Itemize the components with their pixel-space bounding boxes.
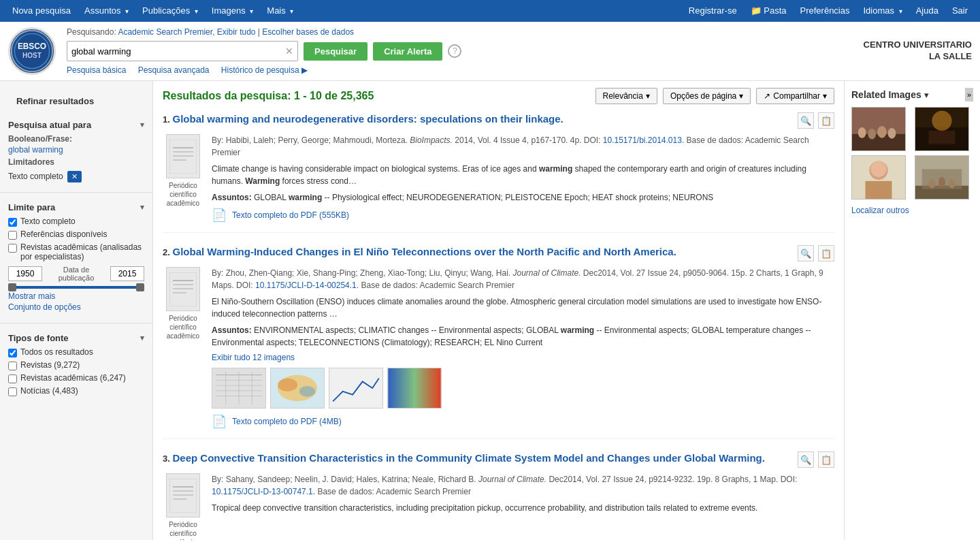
article-icon-label-3: Periódico científico acadêmico bbox=[163, 520, 203, 540]
share-button[interactable]: ↗ Compartilhar ▾ bbox=[756, 88, 834, 104]
current-search-title[interactable]: Pesquisa atual para ▾ bbox=[8, 120, 144, 130]
show-all-link[interactable]: Exibir tudo bbox=[217, 27, 256, 37]
pdf-link-2[interactable]: Texto completo do PDF (4MB) bbox=[232, 417, 342, 426]
save-icon-1[interactable]: 📋 bbox=[818, 112, 834, 129]
limit-title[interactable]: Limite para ▾ bbox=[8, 202, 144, 212]
slider-thumb-right[interactable] bbox=[136, 283, 144, 291]
results-header: Resultados da pesquisa: 1 - 10 de 25,365… bbox=[163, 88, 834, 104]
search-button[interactable]: Pesquisar bbox=[304, 42, 368, 61]
preview-icon-3[interactable]: 🔍 bbox=[798, 451, 814, 468]
nav-pasta[interactable]: 📁 Pasta bbox=[744, 0, 794, 22]
search-meta: Pesquisando: Academic Search Premier, Ex… bbox=[67, 27, 838, 37]
relevance-sort-button[interactable]: Relevância ▾ bbox=[595, 88, 657, 104]
nav-imagens[interactable]: Imagens ▾ bbox=[205, 0, 260, 22]
create-alert-button[interactable]: Criar Alerta bbox=[373, 42, 442, 61]
article-content-3: By: Sahany, Sandeep; Neelin, J. David; H… bbox=[212, 473, 834, 540]
slider-thumb-left[interactable] bbox=[8, 283, 16, 291]
save-icon-3[interactable]: 📋 bbox=[818, 451, 834, 468]
checkbox-noticias-input[interactable] bbox=[8, 387, 17, 396]
nav-preferencias[interactable]: Preferências bbox=[794, 0, 857, 22]
checkbox-noticias-label: Notícias (4,483) bbox=[20, 386, 78, 396]
article-icon-3: Periódico científico acadêmico bbox=[163, 473, 203, 540]
clear-search-button[interactable]: ✕ bbox=[285, 46, 293, 57]
right-sidebar: Related Images ▾ » bbox=[844, 81, 980, 540]
svg-rect-9 bbox=[169, 272, 197, 306]
svg-point-47 bbox=[870, 161, 886, 177]
related-image-3[interactable] bbox=[851, 155, 906, 200]
related-images-arrow[interactable]: ▾ bbox=[924, 90, 929, 100]
article-icon-2: Periódico científico acadêmico bbox=[163, 267, 203, 429]
nav-publicacoes[interactable]: Publicações ▾ bbox=[135, 0, 205, 22]
source-types-title[interactable]: Tipos de fonte ▾ bbox=[8, 333, 144, 343]
nav-assuntos[interactable]: Assuntos ▾ bbox=[78, 0, 135, 22]
article-pdf-1: 📄 Texto completo do PDF (555KB) bbox=[212, 208, 834, 223]
doi-1[interactable]: 10.15171/bi.2014.013. bbox=[603, 136, 684, 145]
full-text-filter-tag: ✕ bbox=[67, 171, 82, 182]
article-title-1[interactable]: Global warming and neurodegenerative dis… bbox=[172, 113, 563, 125]
date-slider[interactable] bbox=[8, 286, 144, 289]
nav-sair[interactable]: Sair bbox=[945, 0, 975, 22]
article-title-3[interactable]: Deep Convective Transition Characteristi… bbox=[172, 452, 764, 464]
history-link[interactable]: Histórico de pesquisa ▶ bbox=[221, 65, 308, 75]
preview-icon-1[interactable]: 🔍 bbox=[798, 112, 814, 129]
checkbox-revistas-acad-label: Revistas acadêmicas (6,247) bbox=[20, 373, 126, 383]
show-images-link-2[interactable]: Exibir tudo 12 imagens bbox=[212, 353, 834, 362]
results-title: Resultados da pesquisa: 1 - 10 de 25,365 bbox=[163, 90, 374, 102]
results-controls: Relevância ▾ Opções de página ▾ ↗ Compar… bbox=[595, 88, 834, 104]
related-image-2[interactable] bbox=[915, 107, 969, 151]
doi-2[interactable]: 10.1175/JCLI-D-14-00254.1. bbox=[255, 281, 359, 290]
nav-idiomas[interactable]: Idiomas ▾ bbox=[856, 0, 909, 22]
article-abstract-1: Climate change is having considerable im… bbox=[212, 163, 834, 187]
help-icon[interactable]: ? bbox=[448, 44, 461, 58]
search-row: global warming ✕ Pesquisar Criar Alerta … bbox=[67, 41, 838, 61]
related-image-1[interactable] bbox=[851, 107, 906, 151]
article-image-thumb-2-4[interactable] bbox=[387, 368, 442, 409]
filter-term[interactable]: global warming bbox=[8, 145, 144, 155]
date-to-input[interactable]: 2015 bbox=[110, 266, 144, 281]
related-image-4[interactable] bbox=[915, 155, 969, 200]
article-image-thumb-2-1[interactable] bbox=[212, 368, 266, 409]
localizar-outros-link[interactable]: Localizar outros bbox=[851, 206, 909, 215]
article-images-2 bbox=[212, 368, 834, 409]
checkbox-referencias-input[interactable] bbox=[8, 231, 17, 240]
nav-ajuda[interactable]: Ajuda bbox=[909, 0, 945, 22]
save-icon-2[interactable]: 📋 bbox=[818, 245, 834, 261]
checkbox-revistas-acad-input[interactable] bbox=[8, 374, 17, 383]
basic-search-link[interactable]: Pesquisa básica bbox=[67, 65, 126, 75]
svg-point-51 bbox=[928, 179, 935, 189]
collapse-right-button[interactable]: » bbox=[965, 88, 973, 101]
page-options-button[interactable]: Opções de página ▾ bbox=[663, 88, 751, 104]
show-more-link[interactable]: Mostrar mais bbox=[8, 291, 144, 301]
date-from-input[interactable]: 1950 bbox=[8, 266, 42, 281]
article-title-2[interactable]: Global Warming-Induced Changes in El Niñ… bbox=[172, 246, 676, 257]
pdf-icon-1: 📄 bbox=[212, 208, 227, 223]
searching-label: Pesquisando: bbox=[67, 27, 116, 37]
article-item-3: 3. Deep Convective Transition Characteri… bbox=[163, 451, 834, 540]
nav-registrar[interactable]: Registrar-se bbox=[682, 0, 744, 22]
checkbox-revistas-source-input[interactable] bbox=[8, 362, 17, 370]
article-icon-img-3 bbox=[166, 473, 200, 517]
article-image-thumb-2-2[interactable] bbox=[270, 368, 325, 409]
checkbox-revistas-input[interactable] bbox=[8, 244, 17, 253]
article-icon-1: Periódico científico acadêmico bbox=[163, 134, 203, 223]
article-meta-3: By: Sahany, Sandeep; Neelin, J. David; H… bbox=[212, 473, 834, 498]
search-input[interactable]: global warming bbox=[71, 46, 285, 57]
article-abstract-3: Tropical deep convective transition char… bbox=[212, 502, 834, 514]
article-item-1: 1. Global warming and neurodegenerative … bbox=[163, 112, 834, 233]
database-link[interactable]: Academic Search Premier bbox=[118, 27, 212, 37]
pdf-link-1[interactable]: Texto completo do PDF (555KB) bbox=[232, 210, 349, 220]
advanced-search-link[interactable]: Pesquisa avançada bbox=[138, 65, 210, 75]
options-set-link[interactable]: Conjunto de opções bbox=[8, 302, 144, 312]
preview-icon-2[interactable]: 🔍 bbox=[798, 245, 814, 261]
nav-nova-pesquisa[interactable]: Nova pesquisa bbox=[5, 0, 78, 22]
doi-3[interactable]: 10.1175/JCLI-D-13-00747.1. bbox=[212, 487, 315, 496]
choose-db-link[interactable]: Escolher bases de dados bbox=[262, 27, 354, 37]
checkbox-texto-completo-input[interactable] bbox=[8, 218, 17, 227]
article-title-row-3: 3. Deep Convective Transition Characteri… bbox=[163, 451, 834, 468]
article-image-thumb-2-3[interactable] bbox=[329, 368, 383, 409]
svg-point-25 bbox=[278, 379, 297, 392]
checkbox-todos-input[interactable] bbox=[8, 349, 17, 357]
article-num-3: 3. bbox=[163, 453, 170, 464]
article-body-3: Periódico científico acadêmico By: Sahan… bbox=[163, 473, 834, 540]
nav-mais[interactable]: Mais ▾ bbox=[260, 0, 300, 22]
